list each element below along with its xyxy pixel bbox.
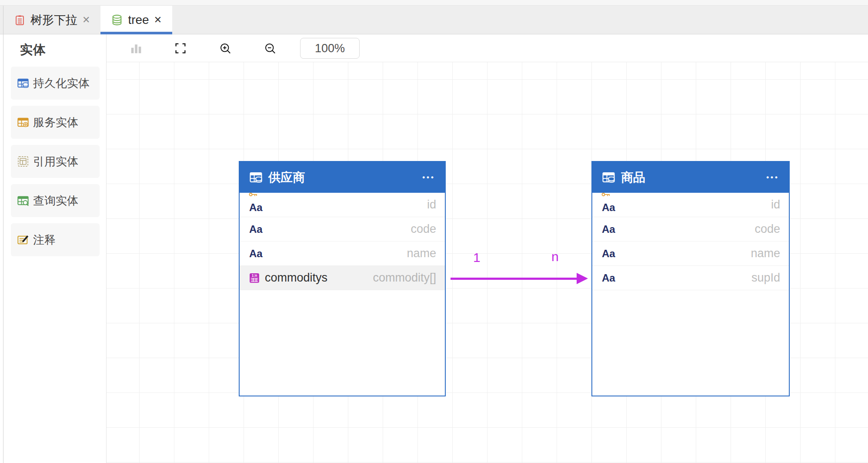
query-entity-icon (17, 195, 29, 207)
more-menu-icon[interactable]: ••• (422, 173, 435, 182)
palette-item-comment[interactable]: 注释 (11, 223, 100, 256)
database-icon (111, 14, 123, 26)
field-type-text-icon: Aa (249, 224, 263, 235)
relation-arrow[interactable] (451, 278, 578, 280)
tab-label: tree (128, 13, 149, 27)
field-type-text-icon: Aa (249, 248, 263, 259)
field-row-id[interactable]: Aa id (592, 193, 789, 217)
field-type-text-icon: Aa (602, 248, 615, 259)
relation-source-cardinality: 1 (473, 250, 481, 265)
close-icon[interactable]: ✕ (82, 15, 90, 25)
entity-table-icon (602, 171, 615, 184)
entity-card-supplier[interactable]: 供应商 ••• Aa id Aa code Aa name (239, 161, 446, 396)
more-menu-icon[interactable]: ••• (766, 173, 779, 182)
persistent-entity-icon (17, 77, 29, 89)
field-name: name (751, 247, 780, 260)
entity-table-icon (249, 171, 263, 184)
relation-target-cardinality: n (551, 249, 559, 264)
relation-arrowhead-icon (577, 273, 588, 284)
entity-palette-sidebar: 实体 持久化实体 (3, 34, 107, 463)
reference-entity-icon (17, 155, 29, 168)
bar-chart-icon[interactable] (129, 41, 143, 55)
zoom-in-icon[interactable] (218, 41, 232, 55)
zoom-level-select[interactable]: 100% (300, 38, 360, 59)
palette-item-service-entity[interactable]: 服务实体 (11, 106, 100, 139)
svg-text:1:n: 1:n (252, 274, 257, 278)
field-row-supId[interactable]: Aa supId (592, 266, 789, 290)
palette-item-label: 服务实体 (33, 115, 78, 130)
palette-item-label: 注释 (33, 232, 56, 248)
field-type-text-icon: Aa (602, 202, 615, 213)
relation-field-label: commoditys (265, 271, 327, 285)
field-name: name (407, 247, 436, 260)
field-name: supId (751, 271, 780, 285)
palette-item-persistent-entity[interactable]: 持久化实体 (11, 67, 100, 100)
canvas-toolbar: 100% (107, 34, 868, 62)
field-row-name[interactable]: Aa name (592, 242, 789, 266)
entity-title: 供应商 (268, 169, 417, 186)
palette-item-query-entity[interactable]: 查询实体 (11, 184, 100, 217)
field-type-text-icon: Aa (249, 202, 263, 213)
field-type-text-icon: Aa (602, 273, 615, 283)
one-to-many-relation-icon: 1:n (249, 273, 260, 283)
form-icon (14, 14, 26, 26)
entity-header: 商品 ••• (592, 162, 789, 193)
entity-header: 供应商 ••• (240, 162, 445, 193)
palette-item-label: 查询实体 (33, 193, 78, 208)
field-name: id (427, 198, 436, 211)
fit-screen-icon[interactable] (174, 41, 187, 55)
sidebar-title: 实体 (20, 41, 46, 59)
comment-icon (17, 234, 29, 246)
palette-item-label: 引用实体 (33, 154, 78, 169)
field-row-code[interactable]: Aa code (592, 217, 789, 242)
app-window: 树形下拉 ✕ tree ✕ 实体 (0, 0, 868, 463)
close-icon[interactable]: ✕ (154, 15, 162, 25)
field-type-text-icon: Aa (602, 224, 615, 235)
entity-card-commodity[interactable]: 商品 ••• Aa id Aa code Aa name A (591, 161, 790, 396)
field-name: id (771, 198, 780, 211)
tab-bar: 树形下拉 ✕ tree ✕ (0, 0, 868, 34)
field-row-code[interactable]: Aa code (240, 217, 445, 242)
palette-item-label: 持久化实体 (33, 76, 90, 91)
field-name: code (754, 222, 780, 236)
field-row-name[interactable]: Aa name (240, 242, 445, 266)
field-name: commodity[] (373, 271, 436, 285)
field-row-commoditys[interactable]: 1:n commoditys commodity[] (240, 266, 445, 290)
field-row-id[interactable]: Aa id (240, 193, 445, 217)
palette-item-reference-entity[interactable]: 引用实体 (11, 145, 100, 178)
entity-title: 商品 (621, 169, 761, 186)
window-top-strip (0, 0, 868, 6)
service-entity-icon (17, 116, 29, 128)
field-name: code (411, 222, 436, 236)
tab-label: 树形下拉 (30, 12, 77, 28)
tab-tree[interactable]: tree ✕ (100, 6, 172, 34)
tab-tree-dropdown[interactable]: 树形下拉 ✕ (3, 6, 100, 34)
zoom-out-icon[interactable] (263, 41, 277, 55)
primary-key-icon (249, 192, 258, 197)
primary-key-icon (601, 192, 611, 197)
